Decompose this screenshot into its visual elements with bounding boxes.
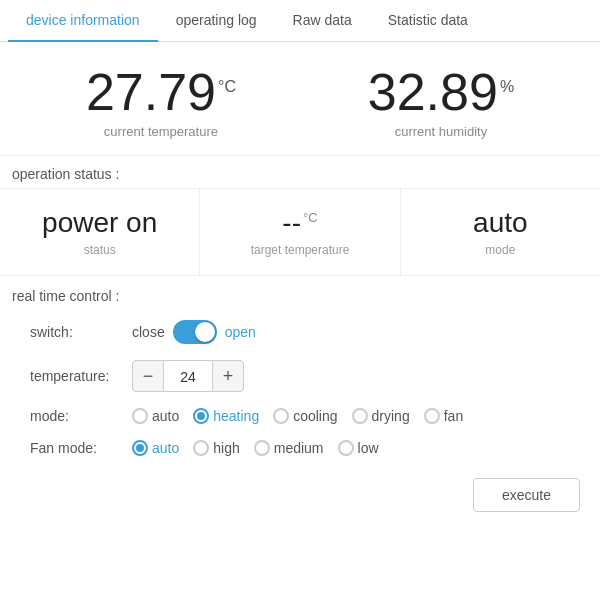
mode-drying-label: drying [372, 408, 410, 424]
fan-high-radio[interactable] [193, 440, 209, 456]
temperature-value: 27.79°C [86, 66, 236, 118]
fan-auto[interactable]: auto [132, 440, 179, 456]
mode-heating-radio[interactable] [193, 408, 209, 424]
fan-medium-radio[interactable] [254, 440, 270, 456]
target-temp-unit: °C [303, 210, 318, 225]
tab-operating-log[interactable]: operating log [158, 0, 275, 42]
temperature-stepper: − 24 + [132, 360, 244, 392]
target-temp-sub: target temperature [210, 243, 389, 257]
temperature-row: temperature: − 24 + [0, 352, 600, 400]
metrics-section: 27.79°C current temperature 32.89% curre… [0, 42, 600, 155]
mode-heating[interactable]: heating [193, 408, 259, 424]
mode-fan-label: fan [444, 408, 463, 424]
fan-high-label: high [213, 440, 239, 456]
mode-row: mode: auto heating cooling drying fan [0, 400, 600, 432]
fan-auto-radio[interactable] [132, 440, 148, 456]
mode-value: auto [411, 207, 590, 239]
mode-cooling-label: cooling [293, 408, 337, 424]
temperature-metric: 27.79°C current temperature [86, 66, 236, 139]
mode-auto[interactable]: auto [132, 408, 179, 424]
toggle-group: close open [132, 320, 256, 344]
switch-row: switch: close open [0, 312, 600, 352]
open-text: open [225, 324, 256, 340]
execute-button[interactable]: execute [473, 478, 580, 512]
mode-heating-label: heating [213, 408, 259, 424]
mode-cooling-radio[interactable] [273, 408, 289, 424]
fan-medium-label: medium [274, 440, 324, 456]
mode-label: mode: [30, 408, 120, 424]
fan-low-radio[interactable] [338, 440, 354, 456]
toggle-knob [195, 322, 215, 342]
tab-bar: device information operating log Raw dat… [0, 0, 600, 42]
mode-cell: auto mode [401, 189, 600, 275]
execute-row: execute [0, 464, 600, 526]
switch-label: switch: [30, 324, 120, 340]
mode-fan[interactable]: fan [424, 408, 463, 424]
humidity-metric: 32.89% current humidity [368, 66, 514, 139]
fan-auto-label: auto [152, 440, 179, 456]
mode-drying-radio[interactable] [352, 408, 368, 424]
operation-status-section: power on status --°C target temperature … [0, 188, 600, 276]
mode-cooling[interactable]: cooling [273, 408, 337, 424]
fan-low-label: low [358, 440, 379, 456]
status-sub: status [10, 243, 189, 257]
fan-low[interactable]: low [338, 440, 379, 456]
status-cell: power on status [0, 189, 200, 275]
tab-raw-data[interactable]: Raw data [275, 0, 370, 42]
mode-auto-radio[interactable] [132, 408, 148, 424]
mode-fan-radio[interactable] [424, 408, 440, 424]
operation-status-label: operation status : [0, 155, 600, 188]
humidity-unit: % [500, 78, 514, 95]
temperature-unit: °C [218, 78, 236, 95]
status-value: power on [10, 207, 189, 239]
fan-medium[interactable]: medium [254, 440, 324, 456]
fan-mode-row: Fan mode: auto high medium low [0, 432, 600, 464]
fan-high[interactable]: high [193, 440, 239, 456]
target-temp-value: --°C [210, 207, 389, 239]
fan-mode-label: Fan mode: [30, 440, 120, 456]
increment-button[interactable]: + [212, 360, 244, 392]
close-text: close [132, 324, 165, 340]
switch-toggle[interactable] [173, 320, 217, 344]
target-temp-cell: --°C target temperature [200, 189, 400, 275]
temperature-stepper-value[interactable]: 24 [164, 360, 212, 392]
humidity-label: current humidity [368, 124, 514, 139]
mode-drying[interactable]: drying [352, 408, 410, 424]
mode-sub: mode [411, 243, 590, 257]
tab-statistic-data[interactable]: Statistic data [370, 0, 486, 42]
decrement-button[interactable]: − [132, 360, 164, 392]
fan-mode-radio-group: auto high medium low [132, 440, 379, 456]
mode-auto-label: auto [152, 408, 179, 424]
temperature-label: current temperature [86, 124, 236, 139]
temperature-label: temperature: [30, 368, 120, 384]
humidity-value: 32.89% [368, 66, 514, 118]
mode-radio-group: auto heating cooling drying fan [132, 408, 463, 424]
tab-device-information[interactable]: device information [8, 0, 158, 42]
realtime-label: real time control : [0, 276, 600, 312]
